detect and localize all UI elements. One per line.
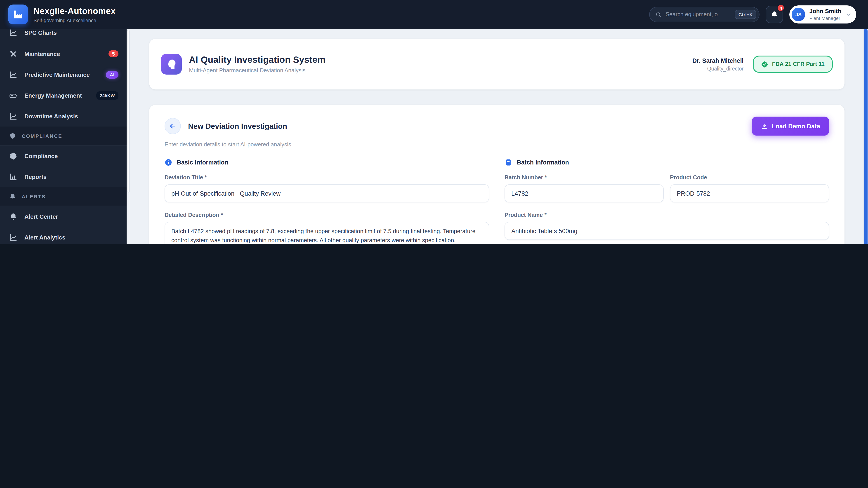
user-menu[interactable]: JS John Smith Plant Manager bbox=[789, 5, 856, 24]
shield-icon bbox=[9, 132, 16, 139]
notification-count-badge: 4 bbox=[777, 4, 785, 12]
app-window: Nexgile-Autonomex Self-governing AI exce… bbox=[0, 0, 868, 244]
deviation-title-label: Deviation Title * bbox=[164, 174, 489, 181]
sidebar-item-spc-charts[interactable]: SPC Charts bbox=[0, 29, 127, 43]
batch-number-label: Batch Number * bbox=[504, 174, 664, 181]
bell-icon bbox=[770, 10, 778, 19]
user-name: John Smith bbox=[809, 8, 841, 15]
chart-icon bbox=[9, 233, 18, 241]
main-content: AI Quality Investigation System Multi-Ag… bbox=[130, 29, 863, 244]
beaker-icon bbox=[504, 159, 512, 166]
sidebar-item-alert-center[interactable]: Alert Center bbox=[0, 206, 127, 227]
back-button[interactable] bbox=[164, 118, 181, 134]
sidebar-item-compliance[interactable]: Compliance bbox=[0, 145, 127, 166]
sidebar-item-alert-analytics[interactable]: Alert Analytics bbox=[0, 227, 127, 244]
search-icon bbox=[655, 11, 662, 18]
page-subtitle: Multi-Agent Pharmaceutical Deviation Ana… bbox=[189, 67, 326, 74]
search-placeholder: Search equipment, o bbox=[665, 11, 731, 18]
sidebar-section-alerts: ALERTS bbox=[0, 187, 127, 206]
sidebar-item-maintenance[interactable]: Maintenance 5 bbox=[0, 43, 127, 64]
app-tagline: Self-governing AI excellence bbox=[33, 18, 116, 23]
top-bar: Nexgile-Autonomex Self-governing AI exce… bbox=[0, 0, 868, 29]
topbar-actions: Search equipment, o Ctrl+K 4 JS John Smi… bbox=[649, 5, 868, 24]
detailed-description-textarea[interactable]: Batch L4782 showed pH readings of 7.8, e… bbox=[164, 222, 489, 244]
product-code-label: Product Code bbox=[670, 174, 829, 181]
chart-icon bbox=[9, 29, 18, 37]
search-shortcut-kbd: Ctrl+K bbox=[735, 10, 756, 19]
sidebar-scrollbar-thumb[interactable] bbox=[127, 30, 130, 193]
sidebar-item-downtime-analysis[interactable]: Downtime Analysis bbox=[0, 106, 127, 127]
sidebar: SPC Charts Maintenance 5 Predictive Main… bbox=[0, 29, 127, 244]
product-code-input[interactable] bbox=[670, 184, 829, 202]
count-badge: 5 bbox=[108, 50, 119, 57]
product-name-label: Product Name * bbox=[504, 212, 829, 218]
download-icon bbox=[761, 123, 768, 129]
product-name-input[interactable] bbox=[504, 222, 829, 240]
tools-icon bbox=[9, 50, 18, 58]
basic-information-section: Basic Information Deviation Title * Deta… bbox=[164, 159, 489, 244]
search-input[interactable]: Search equipment, o Ctrl+K bbox=[649, 7, 760, 22]
app-title: Nexgile-Autonomex bbox=[33, 6, 116, 16]
form-subtitle: Enter deviation details to start AI-powe… bbox=[164, 141, 829, 148]
ai-head-icon bbox=[161, 54, 182, 74]
batch-info-heading: Batch Information bbox=[517, 159, 569, 166]
chart-icon bbox=[9, 70, 18, 79]
user-role: Plant Manager bbox=[809, 15, 841, 21]
chart-icon bbox=[9, 112, 18, 121]
sidebar-section-compliance: COMPLIANCE bbox=[0, 127, 127, 145]
sidebar-scrollbar[interactable] bbox=[127, 29, 130, 244]
battery-icon bbox=[9, 91, 18, 100]
sidebar-item-reports[interactable]: Reports bbox=[0, 166, 127, 187]
reviewer-role: Quality_director bbox=[692, 66, 744, 71]
deviation-form-card: New Deviation Investigation Load Demo Da… bbox=[149, 105, 844, 244]
factory-logo-icon bbox=[8, 4, 28, 24]
page-header-card: AI Quality Investigation System Multi-Ag… bbox=[149, 39, 844, 90]
deviation-title-input[interactable] bbox=[164, 184, 489, 202]
notifications-button[interactable]: 4 bbox=[766, 6, 783, 23]
brand: Nexgile-Autonomex Self-governing AI exce… bbox=[0, 4, 130, 24]
arrow-left-icon bbox=[169, 123, 176, 130]
kw-badge: 245KW bbox=[96, 91, 119, 100]
main-scrollbar[interactable] bbox=[864, 29, 868, 244]
bell-icon bbox=[9, 193, 16, 200]
reviewer-info: Dr. Sarah Mitchell Quality_director bbox=[692, 57, 744, 71]
bell-icon bbox=[9, 212, 18, 221]
batch-number-input[interactable] bbox=[504, 184, 664, 202]
page-title: AI Quality Investigation System bbox=[189, 55, 326, 65]
sidebar-item-energy-management[interactable]: Energy Management 245KW bbox=[0, 85, 127, 106]
form-title: New Deviation Investigation bbox=[188, 122, 287, 130]
reviewer-name: Dr. Sarah Mitchell bbox=[692, 57, 744, 64]
main-scrollbar-thumb[interactable] bbox=[864, 29, 868, 244]
avatar: JS bbox=[792, 8, 805, 21]
basic-info-heading: Basic Information bbox=[177, 159, 228, 166]
bar-chart-icon bbox=[9, 172, 18, 181]
info-icon bbox=[164, 159, 172, 166]
sidebar-item-predictive-maintenance[interactable]: Predictive Maintenance AI bbox=[0, 64, 127, 85]
ai-badge: AI bbox=[106, 71, 119, 78]
detailed-description-label: Detailed Description * bbox=[164, 212, 489, 218]
chevron-down-icon bbox=[845, 11, 852, 18]
batch-information-section: Batch Information Batch Number * Product… bbox=[504, 159, 829, 244]
badge-check-icon bbox=[761, 60, 769, 68]
load-demo-data-button[interactable]: Load Demo Data bbox=[752, 117, 829, 135]
rosette-icon bbox=[9, 152, 18, 160]
compliance-badge: FDA 21 CFR Part 11 bbox=[753, 56, 833, 73]
